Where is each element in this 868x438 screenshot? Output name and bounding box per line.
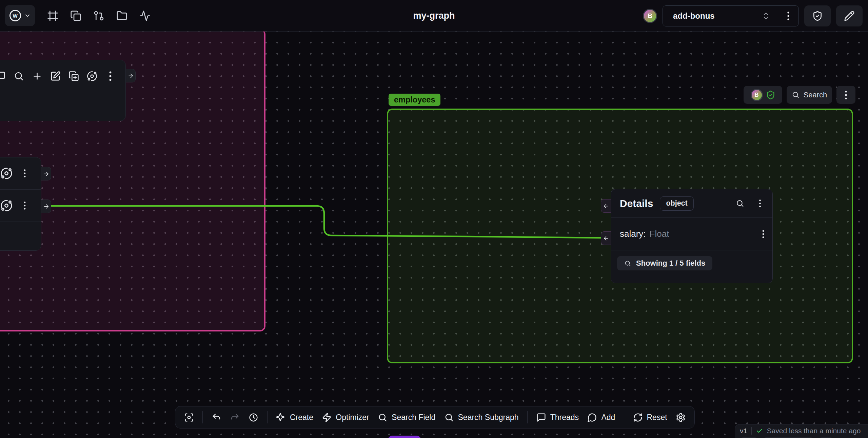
undo-button[interactable] [212,413,221,422]
divider [267,411,268,423]
create-label: Create [290,413,313,422]
redo-icon [230,413,240,422]
files-button[interactable] [114,6,129,26]
arrow-left-icon [603,203,609,209]
copy-icon [70,10,81,21]
create-button[interactable]: Create [276,413,313,422]
chevrons-up-down-icon [762,12,770,20]
output-port-tab[interactable] [41,167,51,180]
orbit-icon [0,199,13,212]
node-menu-button[interactable] [22,169,27,178]
kebab-menu-icon [845,90,847,100]
copy-button[interactable] [68,6,83,26]
orbit-icon [87,71,97,81]
presence-pill[interactable]: B [744,86,782,104]
node-row[interactable] [0,190,41,222]
field-name: salary: [620,229,646,239]
chevron-down-icon [24,12,31,19]
chat-icon [0,71,6,81]
frame-button[interactable] [45,6,60,26]
kebab-menu-icon [24,201,26,210]
search-icon [792,91,800,99]
refresh-icon [633,413,643,422]
input-port-tab-connected[interactable] [601,231,611,245]
divider [751,427,752,435]
expand-panel-tab[interactable] [126,69,136,82]
edit-button[interactable] [836,5,863,26]
threads-label: Threads [550,413,579,422]
settings-button[interactable] [676,413,686,422]
add-comment-button[interactable]: Add [587,413,615,422]
canvas-search-button[interactable]: Search [787,86,832,104]
search-button[interactable] [9,67,28,85]
fields-count-text: Showing 1 / 5 fields [636,259,705,268]
shield-check-icon [766,90,775,100]
topbar-right: B add-bonus [643,0,863,32]
details-footer: Showing 1 / 5 fields [611,250,772,276]
chat-button[interactable] [0,67,9,85]
search-field-label: Search Field [392,413,435,422]
clock-icon [249,413,258,422]
orbit-button[interactable] [83,67,101,85]
threads-button[interactable]: Threads [536,413,579,422]
canvas-overlay-cluster: B Search [744,86,855,104]
workflow-selector-value: add-bonus [663,11,762,21]
field-menu-button[interactable] [762,230,764,239]
duplicate-button[interactable] [64,67,83,85]
canvas-menu-button[interactable] [836,86,855,104]
reset-button[interactable]: Reset [633,413,667,422]
search-icon[interactable] [736,199,744,208]
zap-icon [322,413,332,422]
search-subgraph-button[interactable]: Search Subgraph [444,413,519,422]
folder-icon [116,10,127,21]
optimizer-button[interactable]: Optimizer [322,413,369,422]
fields-count-pill[interactable]: Showing 1 / 5 fields [617,256,712,270]
output-port-tab-connected[interactable] [41,199,51,213]
node-row[interactable] [0,157,41,190]
input-port-tab[interactable] [601,199,611,213]
activity-button[interactable] [137,6,152,26]
graph-canvas[interactable]: employees [0,32,868,438]
user-avatar[interactable]: B [643,9,657,23]
save-status-text: Saved less than a minute ago [767,427,861,435]
kebab-menu-icon [105,71,116,81]
details-type-badge: object [660,196,693,211]
reset-label: Reset [647,413,667,422]
focus-icon [184,413,194,422]
message-square-icon [536,413,546,422]
arrow-right-icon [43,203,50,210]
node-menu-button[interactable] [22,201,27,210]
frame-icon [47,10,58,21]
more-menu-button[interactable] [101,67,119,85]
redo-button[interactable] [230,413,240,422]
versions-button[interactable] [91,6,106,26]
divider [624,411,625,423]
canvas-toolbar-panel [0,60,126,121]
orbit-icon [0,167,13,179]
details-menu-button[interactable] [756,199,764,208]
bottom-toolbar: Create Optimizer Search Field Search Sub… [175,406,695,429]
add-button[interactable] [28,67,46,85]
divider [202,411,203,423]
history-button[interactable] [249,413,258,422]
edit-node-button[interactable] [46,67,64,85]
shield-button[interactable] [804,5,831,26]
focus-button[interactable] [184,413,194,422]
app-logo-icon: W [9,10,21,21]
arrow-left-icon [603,235,609,242]
employees-region-label[interactable]: employees [389,94,440,106]
kebab-menu-icon [24,169,26,178]
search-icon [624,260,631,267]
workflow-menu-button[interactable] [778,11,798,21]
details-header: Details object [611,189,772,218]
workflow-selector[interactable]: add-bonus [663,5,799,26]
search-subgraph-label: Search Subgraph [458,413,519,422]
optimizer-label: Optimizer [336,413,369,422]
search-field-button[interactable]: Search Field [378,413,435,422]
details-title: Details [620,198,653,209]
comment-marker[interactable] [388,436,421,438]
collaborator-avatar: B [751,89,763,101]
gear-icon [676,413,686,422]
field-row-salary[interactable]: salary: Float [611,218,772,250]
app-logo-button[interactable]: W [5,5,35,26]
